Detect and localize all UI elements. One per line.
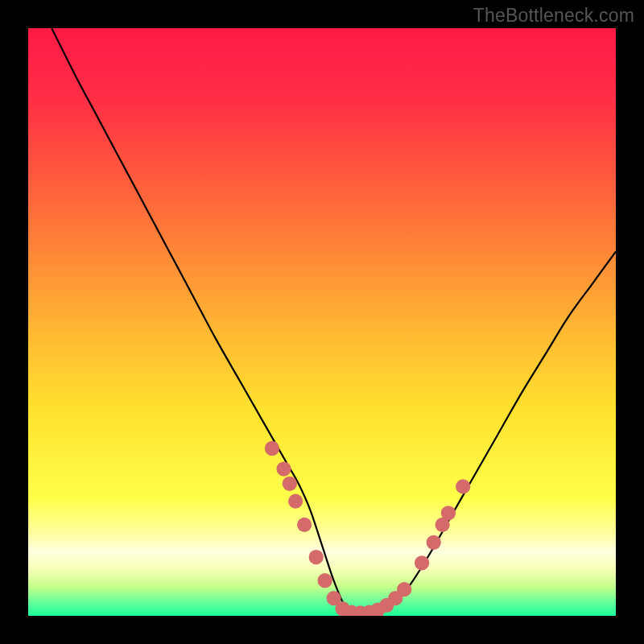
data-dot (276, 461, 291, 476)
data-dot (283, 477, 297, 491)
bottleneck-curve (52, 28, 616, 613)
data-dot (297, 518, 312, 532)
data-dot (318, 573, 332, 588)
curve-layer (28, 28, 616, 616)
data-dot (456, 479, 470, 493)
data-dot (415, 555, 429, 570)
data-dot (265, 441, 279, 456)
data-dot (309, 550, 324, 564)
plot-area (28, 28, 616, 616)
data-dot (427, 535, 441, 550)
data-dot (441, 506, 456, 520)
data-dot (288, 494, 303, 509)
chart-frame: TheBottleneck.com (0, 0, 644, 644)
attribution-text: TheBottleneck.com (473, 5, 634, 27)
curve-dots (265, 441, 471, 616)
data-dot (397, 582, 411, 597)
